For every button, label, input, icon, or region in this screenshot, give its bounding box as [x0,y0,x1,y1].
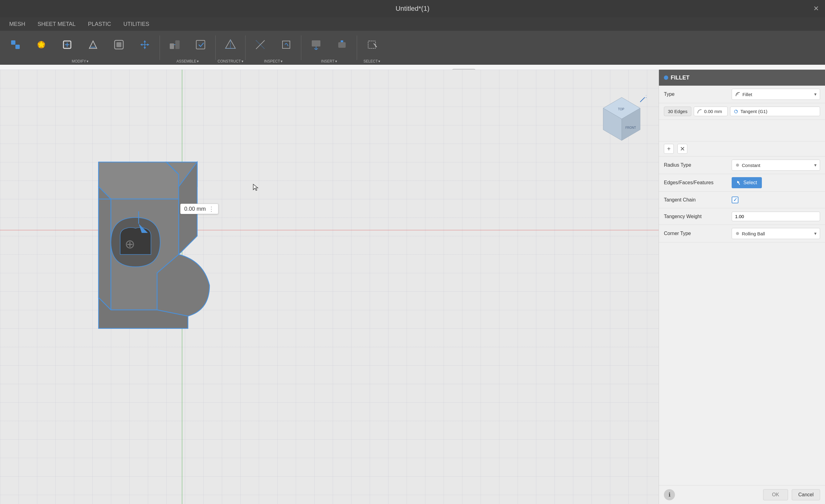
svg-text:TOP: TOP [618,107,624,111]
svg-line-27 [640,97,645,102]
insert-1-icon [309,37,323,52]
edges-value-input[interactable]: 0.00 mm [694,106,728,116]
dimension-tooltip: 0.00 mm ⋮ [180,204,218,214]
select-label[interactable]: SELECT ▾ [364,59,380,64]
edges-faces-select-button[interactable]: Select [732,177,762,188]
type-select-value: Fillet [742,92,752,97]
select-1-icon [364,37,379,52]
toolbar-modify-4[interactable] [81,31,105,59]
assemble-label[interactable]: ASSEMBLE ▾ [176,59,199,64]
edges-faces-control: Select [732,177,820,188]
radius-type-label: Radius Type [664,162,732,168]
modify-5-icon [111,37,126,52]
insert-label[interactable]: INSERT ▾ [321,59,337,64]
modify-dropdown-arrow: ▾ [87,59,88,64]
select-dropdown-arrow: ▾ [378,59,380,64]
select-icon [737,180,742,185]
type-select[interactable]: Fillet ▾ [732,89,820,100]
corner-type-arrow: ▾ [814,231,817,236]
toolbar-tabs: MESH SHEET METAL PLASTIC UTILITIES [0,17,825,31]
tab-sheet-metal[interactable]: SHEET METAL [31,21,82,27]
toolbar-modify-move[interactable] [133,31,157,59]
svg-point-41 [737,93,738,95]
toolbar-modify-2[interactable] [29,31,54,59]
title-bar: Untitled*(1) ✕ [0,0,825,17]
modify-group: MODIFY ▾ [3,31,157,65]
select-group: SELECT ▾ [360,31,384,65]
toolbar-construct-1[interactable] [218,31,243,59]
svg-point-44 [736,232,739,235]
panel-header: FILLET [659,70,825,86]
nav-cube[interactable]: FRONT TOP Z [597,94,646,144]
toolbar-select-1[interactable] [360,31,384,59]
corner-type-select[interactable]: Rolling Ball ▾ [732,228,820,239]
assemble-1-icon [167,37,182,52]
corner-type-label: Corner Type [664,231,732,236]
svg-rect-10 [175,41,179,49]
close-button[interactable]: ✕ [813,5,819,13]
add-edge-button[interactable]: + [664,144,674,154]
toolbar-insert-2[interactable] [329,31,354,59]
svg-marker-13 [226,40,235,48]
checkbox-box[interactable]: ✓ [732,197,738,203]
construct-dropdown-arrow: ▾ [241,59,243,64]
radius-type-select[interactable]: Constant ▾ [732,160,820,171]
checkbox-checkmark: ✓ [733,197,737,203]
toolbar-modify-5[interactable] [106,31,131,59]
tab-plastic[interactable]: PLASTIC [82,21,117,27]
svg-rect-9 [170,44,174,49]
tangency-weight-row: Tangency Weight [659,208,825,225]
cancel-button[interactable]: Cancel [792,489,820,500]
toolbar-insert-1[interactable] [304,31,328,59]
fillet-icon [735,91,741,97]
toolbar: MODIFY ▾ ASSEMBLE ▾ [0,31,825,65]
modify-1-icon [8,37,23,52]
svg-rect-6 [117,42,122,47]
tangency-weight-input[interactable] [732,212,820,221]
radius-type-control: Constant ▾ [732,160,820,171]
edges-faces-select-label: Select [743,180,757,186]
tangent-icon [734,109,738,114]
inspect-group: INSPECT ▾ [248,31,299,65]
title-bar-controls: ✕ [813,5,825,13]
inspect-2-icon [279,37,294,52]
info-icon: ℹ [669,491,671,498]
toolbar-assemble-1[interactable] [162,31,187,59]
svg-point-43 [736,163,739,167]
toolbar-modify-3[interactable] [55,31,79,59]
toolbar-inspect-1[interactable] [248,31,273,59]
modify-label[interactable]: MODIFY ▾ [72,59,89,64]
tangent-value: Tangent (G1) [740,109,767,114]
svg-text:Z: Z [646,94,646,99]
edges-row: 30 Edges 0.00 mm Tangent (G1) [659,103,825,120]
tangent-control[interactable]: Tangent (G1) [730,106,820,116]
dimension-options-button[interactable]: ⋮ [208,205,214,213]
ok-button[interactable]: OK [763,489,788,500]
type-select-arrow: ▾ [814,91,817,97]
corner-type-value: Rolling Ball [742,231,765,236]
dimension-value: 0.00 mm [184,206,206,212]
move-icon [137,37,152,52]
toolbar-modify-1[interactable] [3,31,28,59]
svg-rect-0 [11,41,15,45]
radius-type-arrow: ▾ [814,162,817,168]
corner-type-control: Rolling Ball ▾ [732,228,820,239]
info-button[interactable]: ℹ [664,489,675,500]
assemble-2-icon [193,37,208,52]
edges-empty-area [659,120,825,141]
3d-object: ⊕ [49,137,234,335]
tab-mesh[interactable]: MESH [3,21,31,27]
construct-label[interactable]: CONSTRUCT ▾ [218,59,243,64]
remove-edge-button[interactable]: ✕ [677,144,687,154]
toolbar-assemble-2[interactable] [188,31,213,59]
type-control: Fillet ▾ [732,89,820,100]
construct-1-icon [223,37,238,52]
tangent-chain-checkbox[interactable]: ✓ [732,197,738,203]
tangent-chain-label: Tangent Chain [664,197,732,203]
actions-row: + ✕ [659,141,825,156]
tab-utilities[interactable]: UTILITIES [117,21,155,27]
inspect-dropdown-arrow: ▾ [281,59,283,64]
inspect-label[interactable]: INSPECT ▾ [264,59,283,64]
tangent-chain-row: Tangent Chain ✓ [659,192,825,208]
toolbar-inspect-2[interactable] [274,31,299,59]
